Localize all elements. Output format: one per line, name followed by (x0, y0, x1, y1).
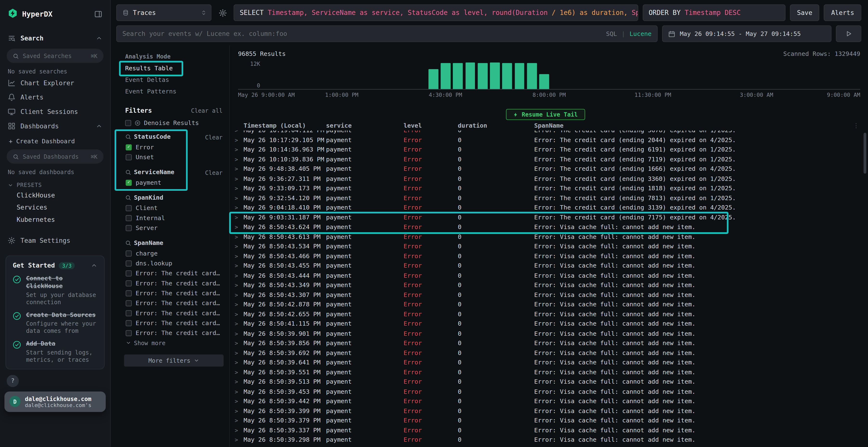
table-row[interactable]: >May 26 9:48:38.405 PMpaymentError0Error… (230, 164, 862, 174)
table-scrollbar[interactable] (864, 133, 866, 174)
chevron-up-icon[interactable] (96, 123, 102, 130)
table-row[interactable]: >May 26 8:50:43.624 PMpaymentError0Error… (230, 222, 862, 232)
sql-select-input[interactable]: SELECT Timestamp, ServiceName as service… (234, 4, 638, 21)
sidebar-item-team-settings[interactable]: Team Settings (0, 233, 110, 248)
checkbox-unchecked[interactable] (126, 250, 132, 256)
date-range-picker[interactable]: May 26 09:14:55 - May 27 09:14:55 (662, 26, 832, 42)
column-header-spanname[interactable]: SpanName (534, 122, 852, 129)
save-button[interactable]: Save (790, 4, 819, 21)
filter-option[interactable]: ✓payment (120, 177, 225, 187)
table-row[interactable]: >May 26 10:19:04.112 PMpaymentError0Erro… (230, 131, 862, 135)
saved-searches-input[interactable]: Saved Searches ⌘K (7, 49, 104, 63)
histogram-bar[interactable] (490, 63, 500, 89)
checkbox-checked[interactable]: ✓ (126, 179, 132, 185)
filter-option[interactable]: Error: The credit card … (120, 298, 225, 308)
language-toggle-sql[interactable]: SQL (606, 30, 617, 37)
table-row[interactable]: >May 26 10:14:36.963 PMpaymentError0Erro… (230, 145, 862, 154)
create-dashboard-button[interactable]: + Create Dashboard (0, 133, 110, 146)
source-select[interactable]: Traces (116, 4, 212, 21)
preset-item-kubernetes[interactable]: Kubernetes (0, 213, 110, 226)
table-row[interactable]: >May 26 8:50:39.641 PMpaymentError0Error… (230, 358, 862, 367)
histogram-bar[interactable] (465, 63, 475, 89)
clear-all-filters-link[interactable]: Clear all (191, 107, 222, 114)
sidebar-item-dashboards[interactable]: Dashboards (0, 119, 110, 133)
denoise-results-toggle[interactable]: Denoise Results (120, 119, 225, 127)
table-row[interactable]: >May 26 8:50:43.444 PMpaymentError0Error… (230, 271, 862, 280)
histogram-bar[interactable] (478, 63, 488, 89)
checkbox-unchecked[interactable] (126, 215, 132, 221)
analysis-mode-results-table[interactable]: Results Table (120, 63, 225, 75)
checkbox-unchecked[interactable] (126, 300, 132, 306)
source-settings-gear-icon[interactable] (216, 9, 229, 17)
order-by-input[interactable]: ORDER BY Timestamp DESC (643, 4, 785, 21)
table-row[interactable]: >May 26 8:50:39.692 PMpaymentError0Error… (230, 348, 862, 358)
filter-option[interactable]: Unset (120, 152, 225, 162)
filter-option[interactable]: Error: The credit card … (120, 328, 225, 338)
analysis-mode-event-patterns[interactable]: Event Patterns (120, 86, 225, 98)
table-row[interactable]: >May 26 8:50:43.455 PMpaymentError0Error… (230, 261, 862, 271)
filter-group-name[interactable]: SpanKind (134, 194, 163, 201)
filter-option[interactable]: Error: The credit card … (120, 288, 225, 298)
table-row[interactable]: >May 26 8:50:43.307 PMpaymentError0Error… (230, 290, 862, 300)
table-row[interactable]: >May 26 8:50:39.379 PMpaymentError0Error… (230, 416, 862, 425)
analysis-mode-event-deltas[interactable]: Event Deltas (120, 75, 225, 86)
histogram-bar[interactable] (539, 74, 549, 89)
table-row[interactable]: >May 26 8:50:41.115 PMpaymentError0Error… (230, 319, 862, 329)
column-options-icon[interactable]: ⋮ (852, 122, 862, 129)
table-row[interactable]: >May 26 8:50:39.399 PMpaymentError0Error… (230, 406, 862, 416)
table-row[interactable]: >May 26 8:50:43.534 PMpaymentError0Error… (230, 242, 862, 251)
histogram-bar[interactable] (515, 63, 525, 89)
filter-group-name[interactable]: ServiceName (134, 169, 174, 176)
table-row[interactable]: >May 26 8:50:43.613 PMpaymentError0Error… (230, 232, 862, 242)
table-row[interactable]: >May 26 10:17:29.105 PMpaymentError0Erro… (230, 135, 862, 145)
filter-clear-link[interactable]: Clear (205, 169, 222, 176)
saved-dashboards-input[interactable]: Saved Dashboards ⌘K (7, 149, 104, 164)
get-started-step[interactable]: Connect to ClickHouse Set up your databa… (13, 275, 97, 306)
event-search-input[interactable]: Search your events w/ Lucene ex. column:… (116, 26, 657, 42)
filter-group-name[interactable]: StatusCode (134, 133, 171, 140)
histogram-bar[interactable] (441, 63, 451, 89)
histogram-bar[interactable] (429, 69, 438, 89)
table-row[interactable]: >May 26 10:10:39.836 PMpaymentError0Erro… (230, 154, 862, 164)
chevron-up-icon[interactable] (91, 262, 98, 269)
table-row[interactable]: >May 26 8:50:43.466 PMpaymentError0Error… (230, 251, 862, 261)
filter-option[interactable]: charge (120, 248, 225, 258)
resume-live-tail-button[interactable]: Resume Live Tail (506, 109, 585, 120)
preset-item-services[interactable]: Services (0, 201, 110, 214)
histogram-bar[interactable] (502, 63, 512, 89)
help-button[interactable]: ? (7, 375, 19, 387)
sidebar-item-chart-explorer[interactable]: Chart Explorer (0, 76, 110, 90)
table-row[interactable]: >May 26 9:03:31.187 PMpaymentError0Error… (230, 213, 862, 222)
checkbox-unchecked[interactable] (126, 270, 132, 276)
filter-option[interactable]: Server (120, 223, 225, 233)
presets-header[interactable]: PRESETS (0, 176, 110, 189)
filter-option[interactable]: Error: The credit card … (120, 278, 225, 288)
language-toggle-lucene[interactable]: Lucene (629, 30, 651, 37)
sidebar-item-client-sessions[interactable]: Client Sessions (0, 105, 110, 119)
get-started-header[interactable]: Get Started 3/3 (13, 262, 97, 269)
checkbox-checked[interactable]: ✓ (126, 144, 132, 150)
checkbox-unchecked[interactable] (126, 225, 132, 231)
table-row[interactable]: >May 26 9:32:54.120 PMpaymentError0Error… (230, 193, 862, 203)
column-header-level[interactable]: level (404, 122, 458, 129)
user-menu[interactable]: D dale@clickhouse.com dale@clickhouse.co… (4, 391, 105, 412)
histogram-bar[interactable] (527, 63, 537, 89)
collapse-sidebar-icon[interactable] (94, 10, 102, 18)
column-header-service[interactable]: service (326, 122, 403, 129)
checkbox-unchecked[interactable] (126, 330, 132, 336)
filter-option[interactable]: dns.lookup (120, 258, 225, 268)
checkbox-unchecked[interactable] (126, 310, 132, 316)
table-row[interactable]: >May 26 8:50:39.901 PMpaymentError0Error… (230, 329, 862, 338)
table-row[interactable]: >May 26 8:50:39.551 PMpaymentError0Error… (230, 368, 862, 377)
histogram-bar[interactable] (453, 63, 463, 89)
show-more-link[interactable]: Show more (120, 338, 225, 348)
filter-option[interactable]: Client (120, 203, 225, 213)
run-query-button[interactable] (836, 26, 862, 42)
checkbox-unchecked[interactable] (126, 260, 132, 266)
table-row[interactable]: >May 26 8:50:39.337 PMpaymentError0Error… (230, 425, 862, 435)
filter-group-name[interactable]: SpanName (134, 239, 163, 247)
checkbox-unchecked[interactable] (126, 205, 132, 211)
sidebar-item-alerts[interactable]: Alerts (0, 90, 110, 105)
filter-option[interactable]: Error: The credit card … (120, 318, 225, 328)
sidebar-section-search[interactable]: Search (0, 31, 110, 45)
